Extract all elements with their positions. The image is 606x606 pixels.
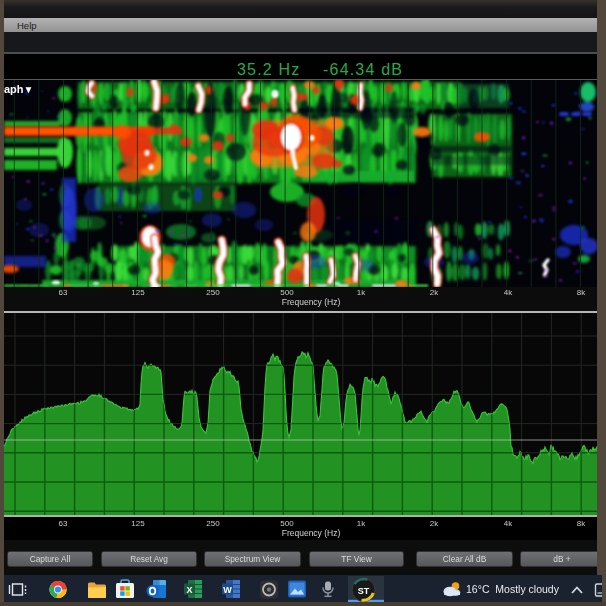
svg-text:ST: ST (358, 586, 370, 596)
svg-text:X: X (186, 585, 192, 595)
svg-text:W: W (223, 585, 232, 595)
